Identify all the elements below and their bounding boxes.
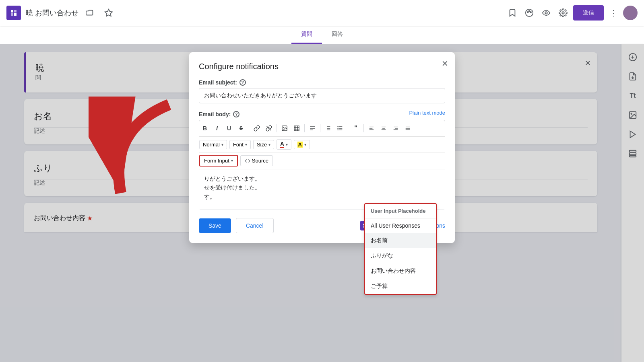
send-button[interactable]: 送信 <box>573 5 604 21</box>
folder-button[interactable] <box>83 6 97 20</box>
svg-point-7 <box>529 10 530 12</box>
dropdown-item-furigana[interactable]: ふりがな <box>365 248 436 263</box>
strikethrough-button[interactable]: S <box>235 123 247 134</box>
annotation-arrow <box>89 97 177 209</box>
svg-point-24 <box>283 127 284 128</box>
form-input-menu: User Input Placeholde All User Responses… <box>364 203 437 295</box>
svg-point-44 <box>338 130 338 130</box>
toolbar-sep-1 <box>249 124 249 132</box>
email-subject-label: Email subject: ? <box>199 79 445 86</box>
svg-rect-0 <box>11 10 13 12</box>
italic-button[interactable]: I <box>211 123 223 134</box>
unordered-list-button[interactable] <box>334 123 346 134</box>
bg-color-button[interactable]: A ▾ <box>294 140 310 149</box>
modal: Configure notifications ✕ Email subject:… <box>189 52 455 243</box>
dropdown-item-all[interactable]: All User Responses <box>365 218 436 233</box>
form-input-dropdown[interactable]: Form Input ▾ <box>199 155 238 167</box>
editor-toolbar-row1: B I U S <box>199 120 445 137</box>
avatar <box>623 6 638 20</box>
svg-point-9 <box>545 12 547 14</box>
tabs-bar: 質問 回答 <box>0 26 644 44</box>
svg-rect-25 <box>294 126 299 131</box>
ordered-list-button[interactable] <box>322 123 334 134</box>
header: 暁 お問い合わせ 送信 ⋮ <box>0 0 644 26</box>
more-button[interactable]: ⋮ <box>607 6 620 20</box>
toolbar-sep-3 <box>304 124 305 132</box>
toolbar-sep-4 <box>320 124 320 132</box>
star-button[interactable] <box>102 6 116 20</box>
cancel-button[interactable]: Cancel <box>236 218 274 233</box>
unlink-button[interactable] <box>263 123 275 134</box>
email-body-label: Email body: ? <box>199 111 239 117</box>
modal-overlay: Configure notifications ✕ Email subject:… <box>0 44 644 362</box>
toolbar-sep-2 <box>277 124 277 132</box>
toolbar-sep-5 <box>348 124 348 132</box>
toolbar-sep-6 <box>363 124 364 132</box>
bold-button[interactable]: B <box>199 123 211 134</box>
svg-marker-4 <box>105 9 112 16</box>
image-button[interactable] <box>279 123 290 134</box>
svg-rect-3 <box>14 13 17 16</box>
svg-point-8 <box>530 12 531 13</box>
editor-toolbar-row3: Form Input ▾ Source <box>199 152 445 169</box>
align-right-button[interactable] <box>390 123 401 134</box>
settings-button[interactable] <box>556 6 570 20</box>
size-dropdown[interactable]: Size ▾ <box>253 140 274 149</box>
font-dropdown[interactable]: Font ▾ <box>229 140 251 149</box>
dropdown-item-content[interactable]: お問い合わせ内容 <box>365 263 436 279</box>
dropdown-menu-header: User Input Placeholde <box>365 204 436 218</box>
save-button[interactable]: Save <box>199 218 231 233</box>
source-button[interactable]: Source <box>240 155 273 166</box>
svg-point-42 <box>338 126 338 127</box>
palette-button[interactable] <box>522 6 536 20</box>
app-icon <box>6 6 21 20</box>
editor-container: B I U S <box>199 120 445 210</box>
align-left-button[interactable] <box>366 123 377 134</box>
body-help-icon[interactable]: ? <box>233 111 239 117</box>
font-color-button[interactable]: A ▾ <box>277 139 291 150</box>
subject-help-icon[interactable]: ? <box>239 79 246 86</box>
underline-button[interactable]: U <box>223 123 235 134</box>
modal-close-button[interactable]: ✕ <box>442 59 448 68</box>
page-title: 暁 お問い合わせ <box>26 8 78 18</box>
svg-rect-1 <box>14 10 17 12</box>
header-right: 送信 ⋮ <box>506 5 638 21</box>
modal-title: Configure notifications <box>199 62 445 71</box>
plain-text-link[interactable]: Plain text mode <box>409 110 445 116</box>
align-center-button[interactable] <box>378 123 389 134</box>
email-subject-input[interactable] <box>199 88 445 103</box>
style-dropdown[interactable]: Normal ▾ <box>199 140 227 149</box>
tab-question[interactable]: 質問 <box>291 26 322 44</box>
svg-point-6 <box>527 12 528 13</box>
dropdown-item-budget[interactable]: ご予算 <box>365 279 436 294</box>
tab-answer[interactable]: 回答 <box>322 26 353 44</box>
main-content: ✕ 暁 関 お名 記述 ふり 記述 お問い合わせ内容 ★ <box>0 44 644 362</box>
svg-line-22 <box>267 126 271 131</box>
align-button[interactable] <box>307 123 318 134</box>
header-left: 暁 お問い合わせ <box>6 6 506 20</box>
justify-button[interactable] <box>402 123 413 134</box>
editor-toolbar-row2: Normal ▾ Font ▾ Size ▾ A ▾ <box>199 137 445 152</box>
bookmark-button[interactable] <box>506 6 519 20</box>
svg-point-43 <box>338 128 338 128</box>
table-button[interactable] <box>291 123 302 134</box>
preview-button[interactable] <box>539 6 553 20</box>
dropdown-item-name[interactable]: お名前 <box>365 233 436 248</box>
svg-point-10 <box>562 12 564 14</box>
email-body-header: Email body: ? Plain text mode <box>199 110 445 118</box>
svg-rect-2 <box>11 13 13 16</box>
link-button[interactable] <box>251 123 262 134</box>
blockquote-button[interactable]: " <box>350 123 361 134</box>
